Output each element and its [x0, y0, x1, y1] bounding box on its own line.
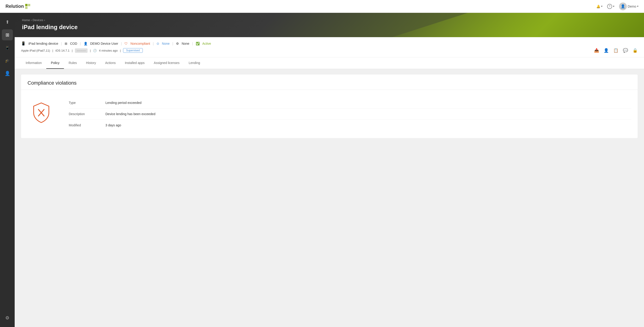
tabs-bar: Information Policy Rules History Actions…: [15, 57, 644, 69]
policy-icon: ⊙: [156, 42, 159, 45]
devices-icon: 📱: [5, 46, 10, 50]
violation-details: Type Lending period exceeded Description…: [69, 97, 631, 131]
tab-assigned-licenses[interactable]: Assigned licenses: [149, 57, 184, 69]
avatar-icon: 👤: [620, 4, 625, 9]
page-title: iPad lending device: [22, 24, 637, 31]
user-label: Demo: [628, 5, 636, 8]
modified-value: 3 days ago: [106, 123, 121, 127]
sidebar-item-devices[interactable]: 📱: [2, 42, 13, 53]
svg-rect-2: [25, 7, 28, 9]
education-icon: 🎓: [5, 59, 10, 63]
sep2: |: [80, 42, 81, 45]
notifications-button[interactable]: 🔔 ▾: [596, 5, 602, 8]
sep1: |: [61, 42, 62, 45]
bell-icon: 🔔: [596, 5, 600, 8]
device-info-row-secondary: Apple iPad (iPad7,11) | iOS 14.7.1 | ···…: [21, 48, 638, 53]
tab-information[interactable]: Information: [21, 57, 46, 69]
device-model: Apple iPad (iPad7,11): [21, 49, 50, 52]
sep4: |: [153, 42, 154, 45]
user-chevron: ▾: [637, 5, 638, 8]
tab-policy[interactable]: Policy: [46, 57, 64, 69]
lock-action-icon[interactable]: 🔒: [632, 48, 638, 53]
sep3: |: [121, 42, 122, 45]
device-info-row-primary: 📱 iPad lending device | ⊞ COD | 👤 DEMO D…: [21, 41, 638, 46]
device-info-card: 📱 iPad lending device | ⊞ COD | 👤 DEMO D…: [15, 37, 644, 57]
device-os: iOS 14.7.1: [56, 49, 70, 52]
user-icon: 👤: [84, 42, 88, 45]
detail-row-modified: Modified 3 days ago: [69, 120, 631, 131]
help-button[interactable]: ? ▾: [607, 4, 614, 9]
top-nav-right: 🔔 ▾ ? ▾ 👤 Demo ▾: [596, 3, 638, 10]
sep7: |: [52, 49, 53, 52]
description-label: Description: [69, 112, 96, 116]
chat-action-icon[interactable]: 💬: [623, 48, 628, 53]
top-navigation: Relution 🔔 ▾ ? ▾ 👤 Demo ▾: [0, 0, 644, 13]
dashboard-icon: ⬆: [6, 19, 10, 25]
content-area: Compliance violations Type Lending perio…: [15, 69, 644, 327]
sidebar-item-dashboard[interactable]: ⬆: [2, 17, 13, 28]
device-actions: 📥 👤 📋 💬 🔒: [594, 48, 638, 53]
logo-icon: [25, 4, 30, 9]
clipboard-action-icon[interactable]: 📋: [613, 48, 618, 53]
type-label: Type: [69, 101, 96, 105]
sep6: |: [192, 42, 193, 45]
tab-installed-apps[interactable]: Installed apps: [120, 57, 149, 69]
description-value: Device lending has been exceeded: [106, 112, 156, 116]
compliance-violations-card: Compliance violations Type Lending perio…: [21, 75, 638, 138]
page-header: Home › Devices › iPad lending device: [15, 13, 644, 37]
help-chevron: ▾: [613, 5, 614, 8]
device-type-icon: 📱: [21, 41, 26, 46]
violation-icon-area: [28, 97, 55, 124]
tab-actions[interactable]: Actions: [100, 57, 120, 69]
svg-rect-0: [25, 4, 28, 6]
last-seen: 4 minutes ago: [99, 49, 118, 52]
type-value: Lending period exceeded: [106, 101, 142, 105]
sidebar-item-education[interactable]: 🎓: [2, 55, 13, 66]
settings-gear-icon: ⚙: [176, 42, 179, 45]
sep9: |: [90, 49, 90, 52]
tab-history[interactable]: History: [81, 57, 100, 69]
notifications-chevron: ▾: [601, 5, 602, 8]
breadcrumb-home[interactable]: Home: [22, 18, 30, 22]
modified-label: Modified: [69, 123, 96, 127]
noncompliant-shield-icon: [31, 102, 52, 124]
device-user: DEMO Device User: [90, 42, 118, 45]
compliance-status: Noncompliant: [130, 42, 150, 45]
breadcrumb-sep2: ›: [44, 18, 45, 22]
tab-lending[interactable]: Lending: [184, 57, 205, 69]
tab-rules[interactable]: Rules: [64, 57, 81, 69]
device-ip: ···········: [75, 48, 88, 53]
svg-rect-1: [28, 4, 30, 6]
breadcrumb: Home › Devices ›: [22, 18, 637, 22]
clock-icon: 🕐: [93, 49, 97, 52]
apps-icon: ⊞: [6, 32, 10, 38]
sep10: |: [120, 49, 121, 52]
logo-text: Relution: [6, 4, 24, 9]
management-value: COD: [70, 42, 77, 45]
sidebar: ⬆ ⊞ 📱 🎓 👤 ⚙: [0, 13, 15, 327]
users-icon: 👤: [4, 71, 10, 76]
user-menu-button[interactable]: 👤 Demo ▾: [619, 3, 638, 10]
section-header: Compliance violations: [21, 75, 638, 90]
inbox-action-icon[interactable]: 📥: [594, 48, 599, 53]
compliance-icon: 🛡: [124, 42, 128, 45]
management-icon: ⊞: [65, 42, 68, 45]
user-action-icon[interactable]: 👤: [604, 48, 609, 53]
logo[interactable]: Relution: [6, 4, 30, 9]
supervised-badge: Supervised: [123, 48, 143, 53]
detail-row-type: Type Lending period exceeded: [69, 97, 631, 109]
settings-value: None: [182, 42, 189, 45]
settings-icon: ⚙: [5, 315, 10, 320]
activity-status: Active: [202, 42, 211, 45]
sep8: |: [72, 49, 72, 52]
violations-body: Type Lending period exceeded Description…: [21, 90, 638, 138]
sidebar-item-apps[interactable]: ⊞: [2, 29, 13, 40]
avatar: 👤: [619, 3, 627, 10]
device-name: iPad lending device: [28, 42, 58, 45]
section-title: Compliance violations: [28, 80, 631, 86]
main-content: Home › Devices › iPad lending device 📱 i…: [15, 13, 644, 327]
breadcrumb-devices[interactable]: Devices: [32, 18, 43, 22]
policy-value: None: [162, 42, 170, 45]
sidebar-item-users[interactable]: 👤: [2, 68, 13, 79]
sidebar-item-settings[interactable]: ⚙: [2, 312, 13, 323]
